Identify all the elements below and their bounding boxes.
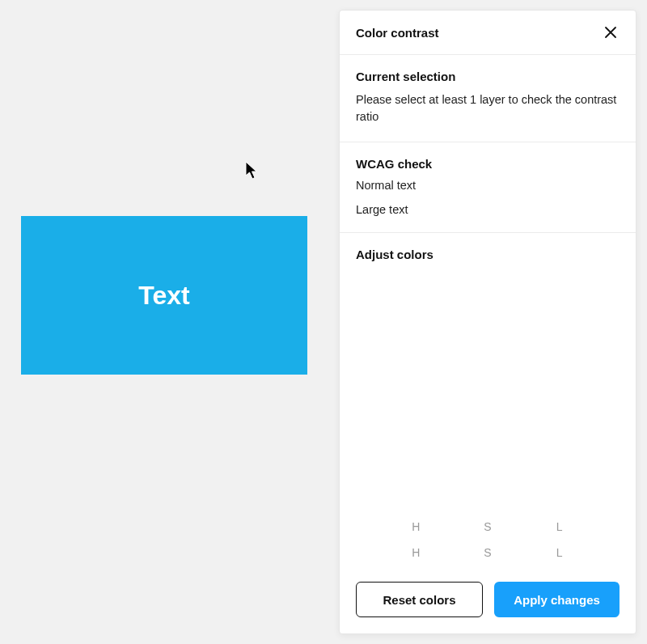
close-button[interactable]: [602, 23, 620, 41]
section-adjust-colors: Adjust colors H S L H S L: [340, 233, 636, 582]
wcag-check-title: WCAG check: [356, 157, 620, 171]
section-wcag-check: WCAG check Normal text Large text: [340, 142, 636, 233]
color-contrast-panel: Color contrast Current selection Please …: [339, 10, 636, 634]
apply-changes-button[interactable]: Apply changes: [494, 582, 620, 617]
hsl-label-h-1: H: [408, 520, 424, 533]
hsl-label-l-1: L: [552, 520, 568, 533]
adjust-colors-title: Adjust colors: [356, 248, 620, 261]
hsl-label-l-2: L: [552, 546, 568, 559]
hsl-label-s-2: S: [480, 546, 496, 559]
reset-colors-button[interactable]: Reset colors: [356, 582, 483, 617]
hsl-controls-area: H S L H S L: [356, 269, 620, 582]
canvas-layer-rectangle[interactable]: Text: [21, 216, 307, 375]
hsl-row-2: H S L: [356, 540, 620, 566]
wcag-list: Normal text Large text: [356, 179, 620, 216]
current-selection-title: Current selection: [356, 70, 620, 83]
wcag-item-large-text: Large text: [356, 203, 620, 216]
cursor-icon: [245, 161, 260, 180]
current-selection-description: Please select at least 1 layer to check …: [356, 91, 620, 125]
hsl-row-1: H S L: [356, 514, 620, 540]
hsl-label-h-2: H: [408, 546, 424, 559]
panel-title: Color contrast: [356, 26, 439, 40]
panel-header: Color contrast: [340, 11, 636, 55]
wcag-item-normal-text: Normal text: [356, 179, 620, 192]
close-icon: [604, 26, 617, 39]
hsl-label-s-1: S: [480, 520, 496, 533]
canvas-text-layer[interactable]: Text: [138, 281, 189, 311]
section-current-selection: Current selection Please select at least…: [340, 55, 636, 142]
button-row: Reset colors Apply changes: [340, 582, 636, 633]
